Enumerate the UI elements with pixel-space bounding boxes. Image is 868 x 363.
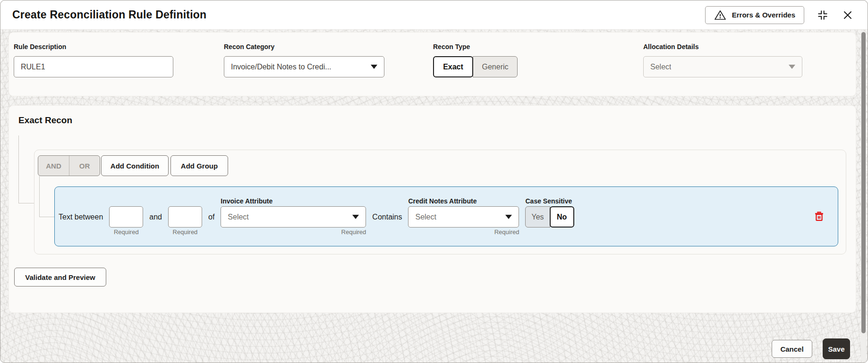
recon-category-label: Recon Category: [224, 42, 384, 51]
and-label: and: [149, 213, 162, 221]
condition-row: Text between Required and Required: [54, 186, 838, 246]
and-option[interactable]: AND: [38, 156, 69, 176]
case-sensitive-label: Case Sensitive: [525, 197, 574, 206]
operator-text: Contains: [372, 197, 402, 236]
chevron-down-icon: [505, 215, 512, 219]
invoice-attribute-placeholder: Select: [228, 213, 248, 221]
text-between-label: Text between: [59, 213, 103, 221]
delete-condition-button[interactable]: [813, 210, 825, 223]
tree-connector-horizontal: [39, 217, 54, 217]
section-title: Exact Recon: [18, 115, 72, 126]
errors-overrides-button[interactable]: Errors & Overrides: [705, 6, 804, 24]
page-title: Create Reconciliation Rule Definition: [12, 8, 206, 21]
collapse-icon[interactable]: [816, 8, 830, 22]
allocation-details-label: Allocation Details: [643, 42, 802, 51]
end-index-field: Required: [168, 197, 202, 236]
create-reconciliation-rule-dialog: Create Reconciliation Rule Definition Er…: [0, 0, 868, 363]
recon-type-field: Recon Type Exact Generic: [433, 42, 518, 77]
validate-and-preview-button[interactable]: Validate and Preview: [14, 268, 106, 287]
credit-notes-attribute-placeholder: Select: [415, 213, 436, 221]
dialog-header: Create Reconciliation Rule Definition Er…: [0, 0, 868, 30]
credit-notes-attribute-select[interactable]: Select: [408, 206, 519, 228]
errors-overrides-label: Errors & Overrides: [732, 11, 795, 19]
scrollbar-track[interactable]: [861, 31, 866, 362]
save-button[interactable]: Save: [823, 338, 850, 359]
recon-category-field: Recon Category Invoice/Debit Notes to Cr…: [224, 42, 384, 77]
condition-group: AND OR Add Condition Add Group Text betw…: [34, 150, 846, 254]
chevron-down-icon: [789, 65, 795, 69]
scrollbar-thumb[interactable]: [861, 32, 866, 333]
invoice-attribute-select[interactable]: Select: [221, 206, 366, 228]
exact-recon-panel: Exact Recon AND OR Add Condition Add Gro…: [9, 105, 856, 313]
recon-category-select[interactable]: Invoice/Debit Notes to Credi...: [224, 56, 384, 77]
required-hint: Required: [408, 228, 519, 236]
required-hint: Required: [221, 228, 366, 236]
and-or-toggle: AND OR: [38, 155, 100, 176]
condition-prefix: Text between: [59, 197, 103, 236]
rule-description-label: Rule Description: [14, 42, 173, 51]
end-index-input[interactable]: [168, 206, 202, 228]
allocation-details-placeholder: Select: [650, 63, 671, 71]
chevron-down-icon: [371, 65, 377, 69]
start-index-field: Required: [109, 197, 143, 236]
start-index-input[interactable]: [109, 206, 143, 228]
allocation-details-select: Select: [643, 56, 802, 77]
contains-label: Contains: [372, 213, 402, 221]
close-icon[interactable]: [841, 8, 854, 22]
recon-type-label: Recon Type: [433, 42, 518, 51]
tree-connector-vertical: [39, 176, 40, 217]
of-label: of: [208, 213, 214, 221]
tree-connector-horizontal: [18, 203, 34, 203]
recon-type-option-generic[interactable]: Generic: [473, 56, 518, 77]
recon-type-option-exact[interactable]: Exact: [433, 56, 473, 77]
rule-description-input[interactable]: [14, 56, 173, 77]
rule-header-panel: Rule Description Recon Category Invoice/…: [9, 32, 856, 96]
add-group-button[interactable]: Add Group: [170, 155, 228, 176]
case-sensitive-option-yes[interactable]: Yes: [525, 206, 550, 228]
case-sensitive-option-no[interactable]: No: [550, 206, 574, 228]
invoice-attribute-field: Invoice Attribute Select Required: [221, 197, 366, 236]
or-option[interactable]: OR: [69, 156, 100, 176]
required-hint: Required: [109, 228, 143, 236]
case-sensitive-field: Case Sensitive Yes No: [525, 197, 574, 236]
of-text: of: [208, 197, 214, 236]
and-text: and: [149, 197, 162, 236]
recon-type-toggle: Exact Generic: [433, 56, 518, 77]
add-condition-button[interactable]: Add Condition: [101, 155, 169, 176]
allocation-details-field: Allocation Details Select: [643, 42, 802, 77]
cancel-button[interactable]: Cancel: [772, 340, 812, 358]
credit-notes-attribute-label: Credit Notes Attribute: [408, 197, 519, 206]
chevron-down-icon: [352, 215, 359, 219]
rule-description-field: Rule Description: [14, 42, 173, 77]
required-hint: Required: [168, 228, 202, 236]
trash-icon: [813, 210, 825, 223]
warning-icon: [714, 9, 726, 21]
credit-notes-attribute-field: Credit Notes Attribute Select Required: [408, 197, 519, 236]
recon-category-value: Invoice/Debit Notes to Credi...: [231, 63, 332, 71]
tree-connector-vertical: [18, 135, 19, 203]
invoice-attribute-label: Invoice Attribute: [221, 197, 366, 206]
